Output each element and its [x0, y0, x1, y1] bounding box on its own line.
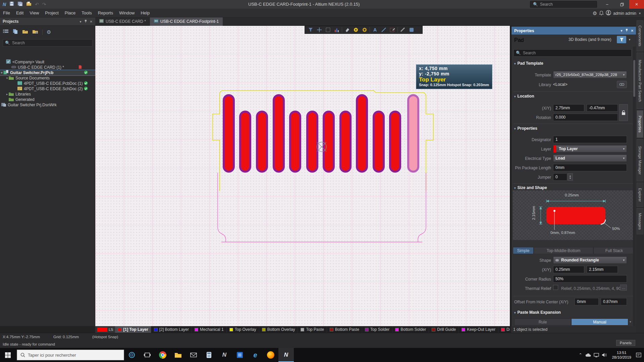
offset-x-field[interactable]: 0mm — [575, 298, 599, 305]
tree-item-dsnwrk[interactable]: Guitar Switcher Prj.DsnWrk — [0, 102, 95, 108]
account-name[interactable]: admin admin — [613, 11, 636, 16]
titlebar-search-input[interactable]: 🔍 Search — [530, 1, 597, 8]
line-icon[interactable] — [380, 26, 387, 33]
action-center-icon[interactable] — [635, 353, 643, 357]
start-button[interactable] — [0, 348, 15, 362]
designator-field[interactable]: 1 — [553, 136, 627, 143]
menu-project[interactable]: Project — [42, 9, 61, 17]
task-view-icon[interactable] — [140, 348, 155, 362]
section-properties[interactable]: ▾Properties — [514, 126, 537, 131]
layer-tab-top-overlay[interactable]: Top Overlay — [227, 326, 259, 333]
altium-nexus-icon[interactable]: N — [278, 348, 294, 362]
rule-button[interactable]: Rule — [514, 318, 571, 325]
tab-top-middle-bottom[interactable]: Top-Middle-Bottom — [534, 247, 593, 254]
pcb-editor-canvas[interactable]: A x: 4,750 mm y: -2,750 mm Top Layer Sna… — [95, 26, 510, 326]
panel-close-icon[interactable]: ✕ — [631, 29, 634, 33]
expand-arrow-icon[interactable]: ▾ — [5, 76, 9, 80]
location-x-field[interactable]: 2.75mm — [553, 104, 584, 112]
properties-scrollbar[interactable] — [633, 47, 636, 326]
collapse-arrow-icon[interactable]: ▸ — [5, 93, 9, 96]
size-y-field[interactable]: 2.15mm — [587, 266, 618, 273]
taskbar-clock[interactable]: 13:51 28/10/2019 — [608, 350, 635, 360]
firefox-icon[interactable] — [263, 348, 278, 362]
thermal-relief-checkbox[interactable] — [553, 285, 558, 290]
menu-file[interactable]: File — [0, 9, 13, 17]
layer-dropdown[interactable]: Top Layer▾ — [553, 145, 627, 153]
maximize-button[interactable] — [614, 0, 629, 9]
pad-icon[interactable] — [352, 26, 360, 33]
menu-help[interactable]: Help — [138, 9, 153, 17]
menu-window[interactable]: Window — [116, 9, 138, 17]
layer-tab-bottom-overlay[interactable]: Bottom Overlay — [259, 326, 298, 333]
tree-item-guitar-switcher-prjpcb[interactable]: ▾ Guitar Switcher.PrjPcb — [0, 70, 95, 75]
internet-explorer-icon[interactable]: e — [248, 348, 263, 362]
folder-settings-icon[interactable] — [32, 29, 38, 36]
fill-region-icon[interactable] — [408, 26, 415, 33]
vtab-components[interactable]: Components — [637, 20, 643, 51]
layer-tab-top-layer[interactable]: [1] Top Layer — [115, 326, 151, 333]
tray-chevron-icon[interactable]: ⌃ — [576, 353, 584, 357]
layer-tab-top-paste[interactable]: Top Paste — [298, 326, 327, 333]
minimize-button[interactable]: – — [600, 0, 614, 9]
define-shape-icon[interactable] — [389, 26, 396, 33]
template-dropdown[interactable]: r25_215r50o0_87m38_228p38_228▾ — [553, 71, 627, 78]
onedrive-cloud-icon[interactable] — [584, 353, 592, 357]
panel-menu-caret-icon[interactable]: ▾ — [80, 20, 82, 23]
panel-pin-icon[interactable] — [84, 19, 87, 24]
corner-radius-field[interactable]: 50% — [553, 275, 627, 283]
rotation-field[interactable]: 0.000 — [553, 114, 618, 121]
properties-search-input[interactable]: 🔍 Search — [514, 49, 632, 57]
manual-button[interactable]: Manual — [571, 318, 628, 325]
menu-place[interactable]: Place — [62, 9, 79, 17]
open-icon[interactable] — [26, 1, 32, 7]
measure-icon[interactable] — [399, 26, 407, 33]
panels-button[interactable]: Panels — [616, 340, 635, 346]
taskbar-search-input[interactable]: Taper ici pour rechercher — [17, 350, 124, 360]
shape-dropdown[interactable]: Rounded Rectangle▾ — [553, 256, 627, 264]
move-icon[interactable] — [316, 26, 323, 33]
offset-y-field[interactable]: 0.87mm — [601, 298, 627, 305]
scope-filter-button[interactable] — [617, 36, 626, 43]
tab-usb-c-edge-card[interactable]: USB-C EDGE CARD * — [95, 17, 150, 26]
section-size-and-shape[interactable]: ▾Size and Shape — [514, 185, 547, 190]
eraser-icon[interactable] — [343, 26, 351, 33]
redo-icon[interactable]: ↷ — [42, 2, 46, 7]
section-paste-mask-expansion[interactable]: ▾Paste Mask Expansion — [514, 310, 561, 315]
string-text-icon[interactable]: A — [371, 26, 379, 33]
thermal-relief-edit-button[interactable]: … — [620, 285, 627, 291]
library-link-icon[interactable] — [617, 81, 627, 88]
jumper-field[interactable]: 0 — [553, 173, 567, 181]
layer-tab-drill-guide[interactable]: Drill Guide — [429, 326, 459, 333]
tab-full-stack[interactable]: Full Stack — [593, 247, 635, 254]
mail-icon[interactable] — [186, 348, 201, 362]
menu-edit[interactable]: Edit — [13, 9, 26, 17]
tree-item-libraries[interactable]: ▸ Libraries — [0, 92, 95, 97]
tree-item-schdoc[interactable]: 4PDT_USB-C EDGE.SchDoc (2) — [0, 86, 95, 92]
calculator-icon[interactable] — [201, 348, 217, 362]
account-caret-icon[interactable]: ▾ — [639, 11, 641, 15]
notifications-bell-icon[interactable] — [599, 10, 604, 16]
scope-filter-caret-icon[interactable]: ▾ — [627, 36, 632, 43]
layer-tab-bottom-solder[interactable]: Bottom Solder — [392, 326, 429, 333]
paste-mask-caret-icon[interactable]: ▾ — [630, 320, 631, 323]
copy-documents-icon[interactable] — [13, 29, 18, 36]
save-icon[interactable] — [9, 1, 14, 7]
layer-tab-top-solder[interactable]: Top Solder — [362, 326, 392, 333]
layer-tab-mechanical-1[interactable]: Mechanical 1 — [192, 326, 227, 333]
chart-icon[interactable] — [333, 26, 340, 33]
menu-view[interactable]: View — [26, 9, 42, 17]
vtab-messages[interactable]: Messages — [637, 208, 643, 234]
pin-package-length-field[interactable]: 0mm — [553, 164, 627, 171]
tree-item-generated[interactable]: Generated — [0, 97, 95, 102]
select-area-icon[interactable] — [324, 26, 332, 33]
vault-icon[interactable] — [3, 29, 9, 36]
lock-icon[interactable] — [619, 104, 628, 121]
tab-simple[interactable]: Simple — [513, 247, 534, 254]
section-pad-template[interactable]: ▾Pad Template — [514, 61, 543, 66]
close-button[interactable]: ✕ — [629, 0, 644, 9]
save-all-icon[interactable] — [17, 1, 23, 7]
layer-tab-bottom-layer[interactable]: [2] Bottom Layer — [151, 326, 192, 333]
photos-app-icon[interactable] — [232, 348, 248, 362]
network-icon[interactable] — [592, 353, 600, 357]
tree-item-source-documents[interactable]: ▾ Source Documents — [0, 75, 95, 81]
